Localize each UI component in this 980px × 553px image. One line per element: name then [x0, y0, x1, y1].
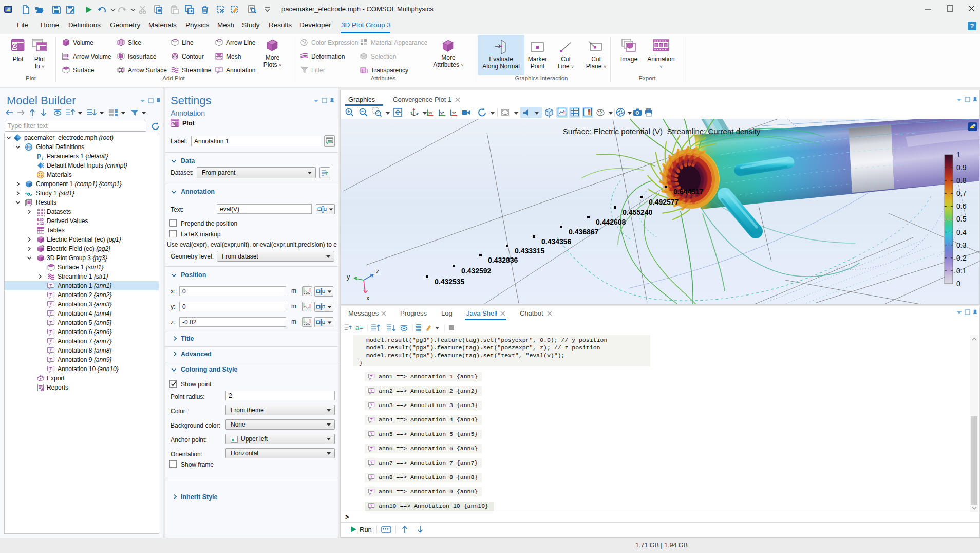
- svg-text:x: x: [366, 294, 370, 302]
- svg-text:0.8: 0.8: [956, 176, 967, 185]
- svg-text:0.436867: 0.436867: [569, 228, 599, 236]
- svg-text:0.9: 0.9: [956, 163, 967, 172]
- svg-text:0.492577: 0.492577: [649, 198, 679, 206]
- svg-text:Surface: Electric potential (V: Surface: Electric potential (V) Streamli…: [563, 127, 761, 136]
- svg-text:0.432836: 0.432836: [488, 256, 518, 264]
- svg-text:¡: ¡: [42, 155, 43, 160]
- svg-text:1: 1: [956, 151, 960, 159]
- svg-text:0.6: 0.6: [956, 202, 967, 210]
- svg-text:0.442608: 0.442608: [596, 218, 626, 226]
- svg-text:a=: a=: [355, 324, 363, 331]
- svg-text:xy: xy: [428, 110, 432, 115]
- svg-text:0.432535: 0.432535: [435, 278, 465, 286]
- svg-text:e-12: e-12: [37, 222, 44, 225]
- svg-text:0.3: 0.3: [956, 241, 967, 249]
- svg-text:0.5: 0.5: [956, 215, 967, 223]
- svg-text:y: y: [347, 273, 350, 281]
- svg-text:8.85: 8.85: [37, 218, 44, 222]
- svg-text:0.4: 0.4: [956, 228, 967, 236]
- svg-text:0.433315: 0.433315: [515, 247, 545, 255]
- svg-text:yz: yz: [440, 110, 444, 115]
- svg-text:0.455240: 0.455240: [623, 208, 653, 216]
- svg-text:0: 0: [956, 280, 960, 288]
- svg-text:0.644517: 0.644517: [673, 188, 704, 196]
- svg-text:0.434356: 0.434356: [541, 237, 572, 246]
- svg-text:0.432592: 0.432592: [461, 267, 492, 275]
- svg-text:z: z: [376, 268, 379, 275]
- svg-text:xz: xz: [452, 110, 456, 115]
- svg-text:0.7: 0.7: [956, 189, 967, 197]
- svg-text:0.1: 0.1: [956, 267, 967, 275]
- svg-text:0.2: 0.2: [956, 254, 967, 262]
- svg-text:P: P: [37, 153, 41, 160]
